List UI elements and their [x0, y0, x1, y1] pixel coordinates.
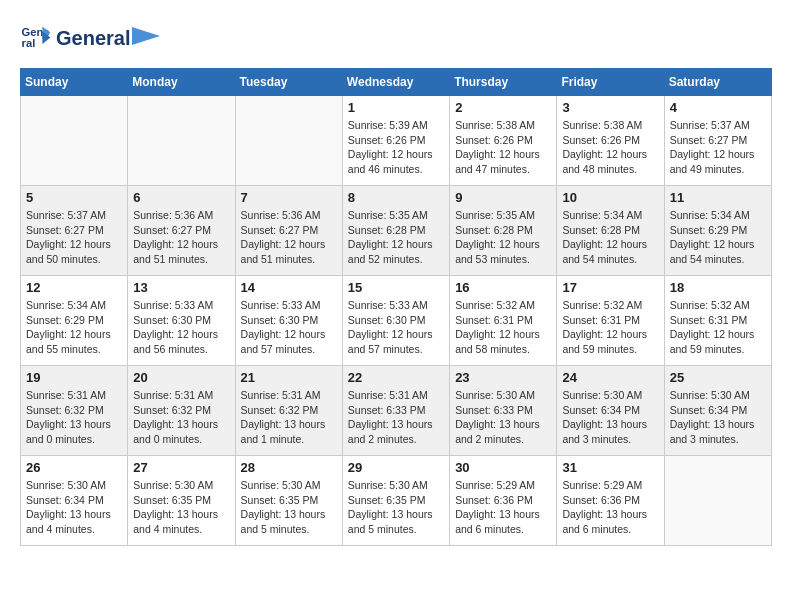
calendar-cell: 30Sunrise: 5:29 AM Sunset: 6:36 PM Dayli…	[450, 456, 557, 546]
day-of-week-saturday: Saturday	[664, 69, 771, 96]
day-info: Sunrise: 5:31 AM Sunset: 6:33 PM Dayligh…	[348, 388, 444, 447]
day-of-week-thursday: Thursday	[450, 69, 557, 96]
day-number: 14	[241, 280, 337, 295]
day-info: Sunrise: 5:30 AM Sunset: 6:35 PM Dayligh…	[348, 478, 444, 537]
calendar-cell: 10Sunrise: 5:34 AM Sunset: 6:28 PM Dayli…	[557, 186, 664, 276]
day-number: 27	[133, 460, 229, 475]
day-number: 25	[670, 370, 766, 385]
day-of-week-tuesday: Tuesday	[235, 69, 342, 96]
day-number: 1	[348, 100, 444, 115]
logo-arrow-icon	[132, 27, 160, 45]
calendar-week-row: 1Sunrise: 5:39 AM Sunset: 6:26 PM Daylig…	[21, 96, 772, 186]
day-info: Sunrise: 5:36 AM Sunset: 6:27 PM Dayligh…	[241, 208, 337, 267]
calendar-cell: 13Sunrise: 5:33 AM Sunset: 6:30 PM Dayli…	[128, 276, 235, 366]
day-info: Sunrise: 5:37 AM Sunset: 6:27 PM Dayligh…	[26, 208, 122, 267]
day-number: 8	[348, 190, 444, 205]
calendar-cell: 12Sunrise: 5:34 AM Sunset: 6:29 PM Dayli…	[21, 276, 128, 366]
logo: Gene ral General	[20, 20, 162, 52]
day-of-week-wednesday: Wednesday	[342, 69, 449, 96]
logo-general: General	[56, 27, 130, 50]
day-info: Sunrise: 5:38 AM Sunset: 6:26 PM Dayligh…	[562, 118, 658, 177]
calendar-cell: 14Sunrise: 5:33 AM Sunset: 6:30 PM Dayli…	[235, 276, 342, 366]
day-info: Sunrise: 5:36 AM Sunset: 6:27 PM Dayligh…	[133, 208, 229, 267]
logo-icon: Gene ral	[20, 20, 52, 52]
calendar-cell	[21, 96, 128, 186]
day-info: Sunrise: 5:31 AM Sunset: 6:32 PM Dayligh…	[26, 388, 122, 447]
day-info: Sunrise: 5:32 AM Sunset: 6:31 PM Dayligh…	[562, 298, 658, 357]
calendar-cell: 11Sunrise: 5:34 AM Sunset: 6:29 PM Dayli…	[664, 186, 771, 276]
calendar-cell: 16Sunrise: 5:32 AM Sunset: 6:31 PM Dayli…	[450, 276, 557, 366]
calendar-cell	[235, 96, 342, 186]
calendar-cell: 22Sunrise: 5:31 AM Sunset: 6:33 PM Dayli…	[342, 366, 449, 456]
day-info: Sunrise: 5:33 AM Sunset: 6:30 PM Dayligh…	[348, 298, 444, 357]
day-number: 29	[348, 460, 444, 475]
calendar-cell: 15Sunrise: 5:33 AM Sunset: 6:30 PM Dayli…	[342, 276, 449, 366]
day-number: 13	[133, 280, 229, 295]
calendar-cell: 19Sunrise: 5:31 AM Sunset: 6:32 PM Dayli…	[21, 366, 128, 456]
day-info: Sunrise: 5:31 AM Sunset: 6:32 PM Dayligh…	[241, 388, 337, 447]
page-header: Gene ral General	[20, 20, 772, 52]
day-number: 17	[562, 280, 658, 295]
day-number: 10	[562, 190, 658, 205]
calendar-cell	[128, 96, 235, 186]
calendar-header-row: SundayMondayTuesdayWednesdayThursdayFrid…	[21, 69, 772, 96]
day-info: Sunrise: 5:30 AM Sunset: 6:34 PM Dayligh…	[562, 388, 658, 447]
day-number: 4	[670, 100, 766, 115]
calendar-table: SundayMondayTuesdayWednesdayThursdayFrid…	[20, 68, 772, 546]
svg-marker-5	[132, 27, 160, 45]
day-info: Sunrise: 5:30 AM Sunset: 6:35 PM Dayligh…	[133, 478, 229, 537]
day-number: 5	[26, 190, 122, 205]
day-number: 22	[348, 370, 444, 385]
day-info: Sunrise: 5:34 AM Sunset: 6:29 PM Dayligh…	[670, 208, 766, 267]
day-info: Sunrise: 5:30 AM Sunset: 6:33 PM Dayligh…	[455, 388, 551, 447]
calendar-cell: 29Sunrise: 5:30 AM Sunset: 6:35 PM Dayli…	[342, 456, 449, 546]
calendar-cell: 28Sunrise: 5:30 AM Sunset: 6:35 PM Dayli…	[235, 456, 342, 546]
calendar-cell: 2Sunrise: 5:38 AM Sunset: 6:26 PM Daylig…	[450, 96, 557, 186]
day-number: 7	[241, 190, 337, 205]
calendar-cell: 24Sunrise: 5:30 AM Sunset: 6:34 PM Dayli…	[557, 366, 664, 456]
calendar-cell: 7Sunrise: 5:36 AM Sunset: 6:27 PM Daylig…	[235, 186, 342, 276]
day-number: 30	[455, 460, 551, 475]
day-info: Sunrise: 5:31 AM Sunset: 6:32 PM Dayligh…	[133, 388, 229, 447]
calendar-cell: 5Sunrise: 5:37 AM Sunset: 6:27 PM Daylig…	[21, 186, 128, 276]
calendar-cell	[664, 456, 771, 546]
day-number: 3	[562, 100, 658, 115]
day-number: 20	[133, 370, 229, 385]
day-info: Sunrise: 5:35 AM Sunset: 6:28 PM Dayligh…	[348, 208, 444, 267]
calendar-cell: 9Sunrise: 5:35 AM Sunset: 6:28 PM Daylig…	[450, 186, 557, 276]
day-info: Sunrise: 5:38 AM Sunset: 6:26 PM Dayligh…	[455, 118, 551, 177]
calendar-week-row: 5Sunrise: 5:37 AM Sunset: 6:27 PM Daylig…	[21, 186, 772, 276]
day-info: Sunrise: 5:30 AM Sunset: 6:34 PM Dayligh…	[26, 478, 122, 537]
day-info: Sunrise: 5:33 AM Sunset: 6:30 PM Dayligh…	[133, 298, 229, 357]
day-number: 23	[455, 370, 551, 385]
calendar-cell: 31Sunrise: 5:29 AM Sunset: 6:36 PM Dayli…	[557, 456, 664, 546]
day-number: 31	[562, 460, 658, 475]
calendar-week-row: 12Sunrise: 5:34 AM Sunset: 6:29 PM Dayli…	[21, 276, 772, 366]
day-number: 6	[133, 190, 229, 205]
calendar-cell: 8Sunrise: 5:35 AM Sunset: 6:28 PM Daylig…	[342, 186, 449, 276]
day-info: Sunrise: 5:29 AM Sunset: 6:36 PM Dayligh…	[455, 478, 551, 537]
day-info: Sunrise: 5:37 AM Sunset: 6:27 PM Dayligh…	[670, 118, 766, 177]
day-of-week-monday: Monday	[128, 69, 235, 96]
day-number: 19	[26, 370, 122, 385]
calendar-cell: 20Sunrise: 5:31 AM Sunset: 6:32 PM Dayli…	[128, 366, 235, 456]
calendar-cell: 6Sunrise: 5:36 AM Sunset: 6:27 PM Daylig…	[128, 186, 235, 276]
day-info: Sunrise: 5:30 AM Sunset: 6:34 PM Dayligh…	[670, 388, 766, 447]
calendar-cell: 4Sunrise: 5:37 AM Sunset: 6:27 PM Daylig…	[664, 96, 771, 186]
calendar-cell: 17Sunrise: 5:32 AM Sunset: 6:31 PM Dayli…	[557, 276, 664, 366]
calendar-cell: 25Sunrise: 5:30 AM Sunset: 6:34 PM Dayli…	[664, 366, 771, 456]
calendar-cell: 1Sunrise: 5:39 AM Sunset: 6:26 PM Daylig…	[342, 96, 449, 186]
day-number: 15	[348, 280, 444, 295]
day-number: 12	[26, 280, 122, 295]
day-number: 26	[26, 460, 122, 475]
calendar-cell: 21Sunrise: 5:31 AM Sunset: 6:32 PM Dayli…	[235, 366, 342, 456]
day-number: 28	[241, 460, 337, 475]
calendar-cell: 3Sunrise: 5:38 AM Sunset: 6:26 PM Daylig…	[557, 96, 664, 186]
day-number: 9	[455, 190, 551, 205]
calendar-week-row: 26Sunrise: 5:30 AM Sunset: 6:34 PM Dayli…	[21, 456, 772, 546]
day-info: Sunrise: 5:32 AM Sunset: 6:31 PM Dayligh…	[670, 298, 766, 357]
day-number: 18	[670, 280, 766, 295]
calendar-cell: 27Sunrise: 5:30 AM Sunset: 6:35 PM Dayli…	[128, 456, 235, 546]
day-number: 11	[670, 190, 766, 205]
calendar-cell: 23Sunrise: 5:30 AM Sunset: 6:33 PM Dayli…	[450, 366, 557, 456]
